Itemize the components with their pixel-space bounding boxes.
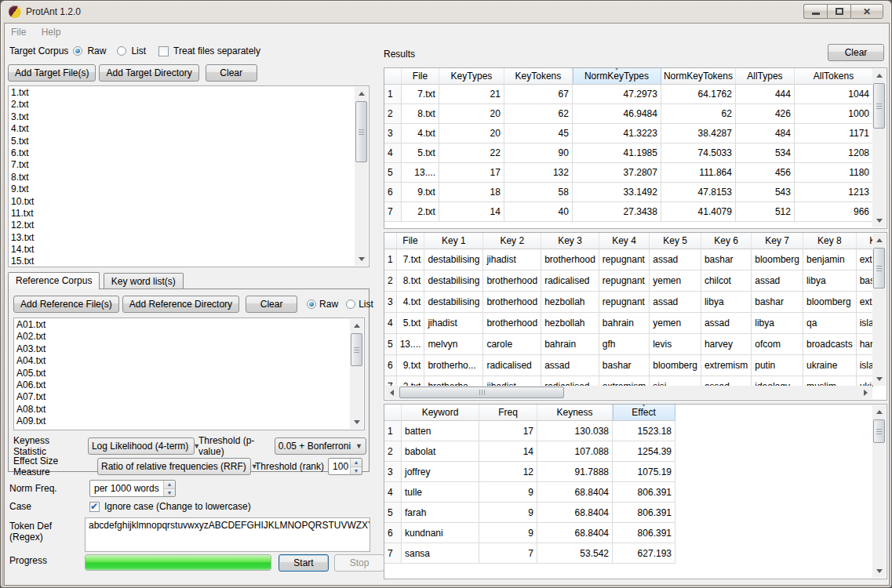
column-header[interactable]: File <box>397 233 425 249</box>
target-list-scrollbar[interactable] <box>355 87 368 266</box>
table-cell[interactable]: 806.391 <box>613 523 675 543</box>
menu-help[interactable]: Help <box>35 24 67 38</box>
table-cell[interactable]: libya <box>803 270 857 292</box>
reference-file-list[interactable]: A01.txtA02.txtA03.txtA04.txtA05.txtA06.t… <box>13 318 365 430</box>
table-cell[interactable]: 14 <box>479 441 537 462</box>
row-number[interactable]: 2 <box>384 104 402 124</box>
column-header[interactable]: Key 9 <box>857 233 873 249</box>
table-row[interactable]: 17.txt216747.297364.17624441044 <box>384 85 873 104</box>
table-cell[interactable]: 13.... <box>402 163 439 183</box>
treat-files-separately-checkbox[interactable] <box>158 46 169 56</box>
table-cell[interactable]: 47.2973 <box>573 85 661 104</box>
keyness-statistic-select[interactable]: Log Likelihood (4-term)▼ <box>88 437 195 455</box>
table-cell[interactable]: 17 <box>479 421 537 441</box>
table-cell[interactable]: extremism <box>857 292 873 313</box>
table-cell[interactable]: 5.txt <box>402 143 439 163</box>
table-cell[interactable]: bashar <box>752 292 803 313</box>
reference-list-scrollbar[interactable] <box>350 319 363 429</box>
row-number-header[interactable] <box>384 68 402 85</box>
table-cell[interactable]: 8.txt <box>402 104 439 124</box>
scroll-up-button[interactable] <box>872 405 886 419</box>
table-cell[interactable]: kundnani <box>402 523 479 543</box>
table-cell[interactable]: 91.7888 <box>537 462 613 482</box>
scrollbar-thumb[interactable] <box>351 333 362 366</box>
target-list-radio[interactable] <box>117 46 126 56</box>
close-button[interactable]: ✕ <box>850 4 883 19</box>
row-number-header[interactable] <box>384 405 402 421</box>
table-cell[interactable]: 68.8404 <box>537 482 613 503</box>
table-row[interactable]: 2babolat14107.0881254.39 <box>384 441 675 462</box>
list-item[interactable]: 8.txt <box>11 172 353 183</box>
table-cell[interactable]: brotherhood <box>483 270 541 292</box>
list-item[interactable]: 9.txt <box>11 183 353 195</box>
spinner-arrows-icon[interactable]: ▲▼ <box>350 459 362 474</box>
table-cell[interactable]: 4.txt <box>397 292 425 313</box>
table-cell[interactable]: jihadist <box>483 249 541 270</box>
start-button[interactable]: Start <box>279 554 329 572</box>
table-cell[interactable]: 627.193 <box>613 543 675 564</box>
table-cell[interactable]: 9.txt <box>397 355 425 376</box>
table-cell[interactable]: 1180 <box>795 163 873 183</box>
table-cell[interactable]: 20 <box>439 124 504 143</box>
row-number[interactable]: 4 <box>384 313 397 334</box>
table-row[interactable]: 69.txtbrotherho...radicalisedassadbashar… <box>384 355 873 376</box>
table-cell[interactable]: radicalised <box>541 270 599 292</box>
list-item[interactable]: A08.txt <box>16 404 348 416</box>
list-item[interactable]: A09.txt <box>16 416 348 427</box>
results-clear-button[interactable]: Clear <box>828 44 884 61</box>
table-cell[interactable]: bloomberg <box>803 292 857 313</box>
table-cell[interactable]: 512 <box>736 202 795 222</box>
column-header[interactable]: Key 6 <box>701 233 752 249</box>
table-cell[interactable]: farah <box>402 503 479 523</box>
scroll-right-button[interactable] <box>859 386 872 399</box>
table-cell[interactable]: 806.391 <box>613 482 675 503</box>
row-number[interactable]: 3 <box>384 462 402 482</box>
table-cell[interactable]: 7 <box>479 543 537 564</box>
table-cell[interactable]: 18 <box>439 183 504 202</box>
reference-list-label[interactable]: List <box>359 299 373 310</box>
reference-clear-button[interactable]: Clear <box>246 296 297 313</box>
effect-size-select[interactable]: Ratio of relative frequencies (RRF)▼ <box>97 458 251 475</box>
table-cell[interactable]: 64.1762 <box>661 85 736 104</box>
row-number[interactable]: 5 <box>384 503 402 523</box>
scroll-up-button[interactable] <box>355 87 368 100</box>
table-cell[interactable]: 543 <box>736 183 795 202</box>
table-cell[interactable]: ofcom <box>752 334 803 355</box>
stop-button[interactable]: Stop <box>334 554 384 572</box>
table-cell[interactable]: 21 <box>439 85 504 104</box>
maximize-button[interactable] <box>827 4 850 19</box>
table-cell[interactable]: 426 <box>736 104 795 124</box>
column-header[interactable]: Key 4 <box>599 233 650 249</box>
table-cell[interactable]: destabilising <box>424 292 483 313</box>
table-cell[interactable]: 2.txt <box>402 202 439 222</box>
table-cell[interactable]: gfh <box>599 334 650 355</box>
table-cell[interactable]: 8.txt <box>397 270 425 292</box>
table-cell[interactable]: 107.088 <box>537 441 613 462</box>
table-cell[interactable]: melvyn <box>424 334 483 355</box>
column-header[interactable]: Key 5 <box>650 233 701 249</box>
column-header[interactable]: Freq <box>479 405 537 421</box>
list-item[interactable]: 1.txt <box>11 87 353 99</box>
scroll-up-button[interactable] <box>872 234 886 247</box>
table-cell[interactable]: extremism <box>857 249 873 270</box>
table-cell[interactable]: 1075.19 <box>613 462 675 482</box>
column-header[interactable]: NormKeyTypes▾ <box>573 68 661 85</box>
scroll-down-button[interactable] <box>872 214 886 227</box>
column-header[interactable]: Key 7 <box>752 233 803 249</box>
column-header[interactable]: KeyTypes <box>439 68 504 85</box>
table-cell[interactable]: 22 <box>439 143 504 163</box>
table-row[interactable]: 72.txt144027.343841.4079512966 <box>384 202 873 222</box>
list-item[interactable]: 14.txt <box>11 244 353 256</box>
table-cell[interactable]: ukraine <box>803 355 857 376</box>
table-cell[interactable]: assad <box>541 355 599 376</box>
table-cell[interactable]: 9.txt <box>402 183 439 202</box>
table-cell[interactable]: 806.391 <box>613 503 675 523</box>
row-number[interactable]: 3 <box>384 124 402 143</box>
table-cell[interactable]: 1208 <box>795 143 873 163</box>
row-number-header[interactable] <box>384 233 397 249</box>
table-cell[interactable]: 12 <box>479 462 537 482</box>
table-cell[interactable]: 130.038 <box>537 421 613 441</box>
scrollbar-thumb[interactable] <box>399 387 564 398</box>
table-cell[interactable]: 58 <box>504 183 573 202</box>
table-row[interactable]: 34.txtdestabilisingbrotherhoodhezbollahr… <box>384 292 873 313</box>
